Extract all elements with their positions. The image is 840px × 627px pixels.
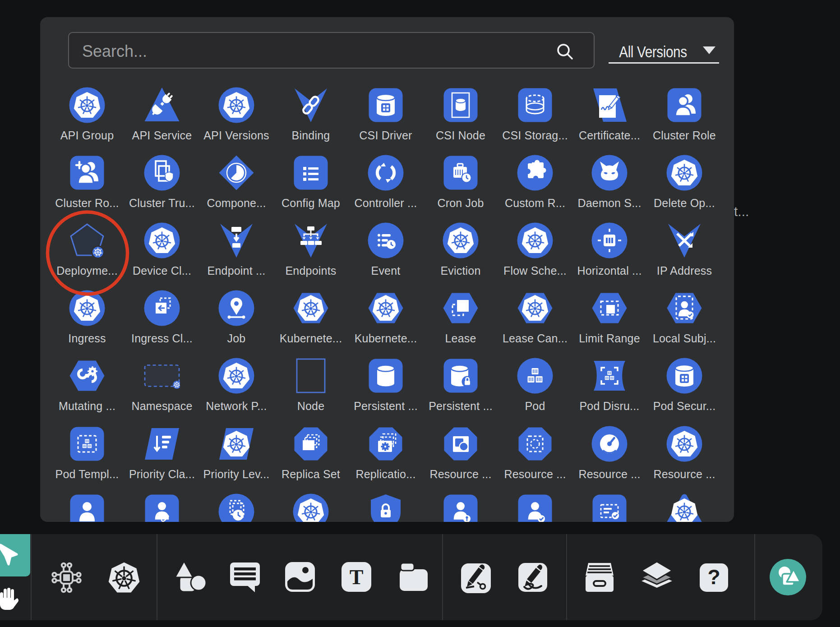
svg-text:?: ? (707, 565, 720, 589)
svg-text:T: T (350, 566, 364, 589)
